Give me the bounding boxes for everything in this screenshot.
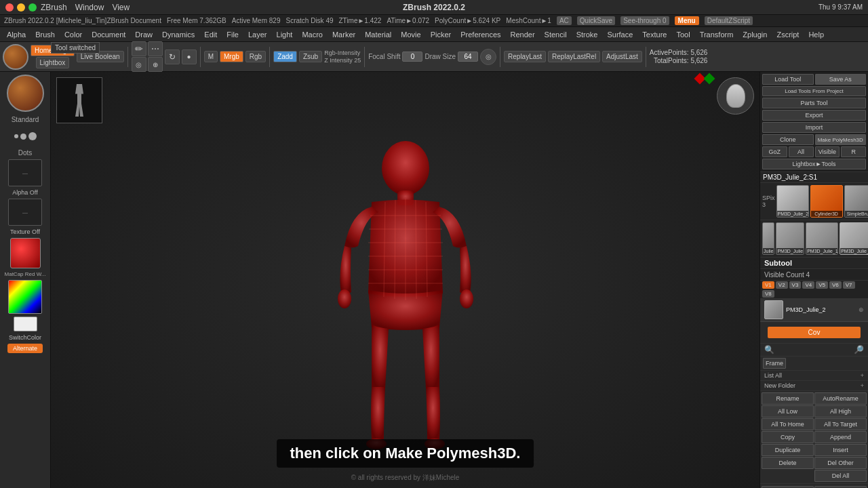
v1-tag[interactable]: V1 xyxy=(762,281,774,289)
del-other-btn[interactable]: Del Other xyxy=(814,457,867,469)
draw-btn[interactable]: ✏ xyxy=(132,41,146,56)
zadd-button[interactable]: Zadd xyxy=(273,51,297,62)
tool-thumb-cylinder[interactable]: Cylinder3D xyxy=(810,185,843,218)
canvas-area[interactable]: then click on Make Polymesh3D. © all rig… xyxy=(51,72,760,488)
all-high-btn[interactable]: All High xyxy=(814,405,867,418)
v5-tag[interactable]: V5 xyxy=(816,281,828,289)
replay-last-btn[interactable]: ReplayLast xyxy=(504,51,546,62)
menu-dynamics[interactable]: Dynamics xyxy=(158,29,199,40)
menu-document[interactable]: Document xyxy=(87,29,130,40)
rotate-btn[interactable]: ↻ xyxy=(165,49,180,64)
export-btn[interactable]: Export xyxy=(762,110,866,121)
all-to-home-btn[interactable]: All To Home xyxy=(762,418,814,430)
see-through[interactable]: See-through 0 xyxy=(620,16,669,25)
import-btn[interactable]: Import xyxy=(762,122,866,133)
ac-btn[interactable]: AC xyxy=(557,16,572,25)
mrgb-button[interactable]: Mrgb xyxy=(220,51,243,62)
top-menu-view[interactable]: View xyxy=(112,3,130,12)
top-menu-window[interactable]: Window xyxy=(75,3,104,12)
gyro-btn[interactable]: ⊕ xyxy=(148,57,163,72)
clone-btn[interactable]: Clone xyxy=(762,134,814,145)
replay-last-rel-btn[interactable]: ReplayLastRel xyxy=(548,51,600,62)
v3-tag[interactable]: V3 xyxy=(789,281,802,289)
v2-tag[interactable]: V2 xyxy=(776,281,788,289)
duplicate-btn[interactable]: Duplicate xyxy=(762,444,814,456)
draw-size-value[interactable]: 64 xyxy=(458,52,478,62)
brush-preview[interactable] xyxy=(7,75,44,112)
menu-brush[interactable]: Brush xyxy=(31,29,59,40)
zsub-button[interactable]: Zsub xyxy=(299,51,322,62)
quicksave-btn[interactable]: QuickSave xyxy=(577,16,615,25)
maximize-button[interactable] xyxy=(28,3,37,12)
r-btn[interactable]: R xyxy=(841,146,866,157)
focal-shift-value[interactable]: 0 xyxy=(402,52,422,62)
all-low-btn[interactable]: All Low xyxy=(762,405,814,418)
top-menu-zbrush[interactable]: ZBrush xyxy=(41,3,67,12)
list-all-plus[interactable]: + xyxy=(861,372,864,379)
search-icon[interactable]: 🔍 xyxy=(764,345,774,354)
menu-draw[interactable]: Draw xyxy=(131,29,157,40)
insert-btn[interactable]: Insert xyxy=(814,444,867,456)
close-button[interactable] xyxy=(5,3,14,12)
menu-light[interactable]: Light xyxy=(273,29,297,40)
tool-thumb-julie[interactable]: Julie xyxy=(762,222,774,255)
menu-layer[interactable]: Layer xyxy=(244,29,271,40)
tool-thumb-pm3d-julie2-b[interactable]: PM3D_Julie_2 xyxy=(840,222,868,255)
rename-btn[interactable]: Rename xyxy=(762,392,814,405)
goz-btn[interactable]: GoZ xyxy=(762,146,787,157)
menu-zplugin[interactable]: Zplugin xyxy=(738,29,771,40)
active-subtool-item[interactable]: PM3D_Julie_2 ⊕ xyxy=(760,298,868,322)
collapse-subtool-icon[interactable]: ⊕ xyxy=(859,306,864,313)
menu-transform[interactable]: Transform xyxy=(696,29,738,40)
v8-tag[interactable]: V8 xyxy=(762,290,774,298)
color-picker[interactable] xyxy=(8,280,42,314)
menu-btn[interactable]: Menu xyxy=(675,16,699,25)
del-all-btn[interactable]: Del All xyxy=(814,470,867,482)
append-btn[interactable]: Append xyxy=(814,431,867,443)
replay-btn[interactable]: ● xyxy=(182,49,197,64)
frame-btn[interactable]: Frame xyxy=(763,358,786,369)
menu-edit[interactable]: Edit xyxy=(200,29,221,40)
load-tools-from-project-btn[interactable]: Load Tools From Project xyxy=(762,86,866,96)
copy-btn[interactable]: Copy xyxy=(762,431,814,443)
zoom-icon[interactable]: 🔎 xyxy=(854,345,864,354)
gradient-swatch[interactable] xyxy=(14,317,37,331)
all-to-target-btn[interactable]: All To Target xyxy=(814,418,867,430)
tool-thumb-simplebrush[interactable]: SimpleBrush xyxy=(844,185,868,218)
m-button[interactable]: M xyxy=(204,51,218,62)
lightbox-tools-btn[interactable]: Lightbox►Tools xyxy=(762,159,866,169)
all-btn[interactable]: All xyxy=(789,146,814,157)
v6-tag[interactable]: V6 xyxy=(829,281,842,289)
render-btn[interactable]: ◎ xyxy=(480,49,496,65)
make-polymesh3d-btn[interactable]: Make PolyMesh3D xyxy=(815,134,867,145)
v7-tag[interactable]: V7 xyxy=(843,281,855,289)
minimize-button[interactable] xyxy=(17,3,25,12)
menu-picker[interactable]: Picker xyxy=(427,29,456,40)
menu-macro[interactable]: Macro xyxy=(298,29,327,40)
brush-preview-icon[interactable] xyxy=(3,44,28,70)
texture-preview[interactable]: — xyxy=(8,199,42,226)
tool-thumb-pm3d-julie[interactable]: PM3D_Julie xyxy=(776,222,804,255)
menu-file[interactable]: File xyxy=(222,29,243,40)
menu-texture[interactable]: Texture xyxy=(638,29,671,40)
menu-stencil[interactable]: Stencil xyxy=(540,29,571,40)
menu-zscript[interactable]: Zscript xyxy=(772,29,803,40)
load-tool-button[interactable]: Load Tool xyxy=(762,74,814,85)
menu-material[interactable]: Material xyxy=(361,29,395,40)
parts-tool-btn[interactable]: Parts Tool xyxy=(762,98,866,108)
menu-tool[interactable]: Tool xyxy=(672,29,694,40)
menu-surface[interactable]: Surface xyxy=(603,29,637,40)
menu-preferences[interactable]: Preferences xyxy=(456,29,505,40)
menu-stroke[interactable]: Stroke xyxy=(572,29,602,40)
save-as-button[interactable]: Save As xyxy=(815,74,867,85)
menu-render[interactable]: Render xyxy=(507,29,539,40)
v4-tag[interactable]: V4 xyxy=(802,281,814,289)
cov-button[interactable]: Cov xyxy=(768,327,861,338)
menu-marker[interactable]: Marker xyxy=(328,29,359,40)
default-script[interactable]: DefaultZScript xyxy=(705,16,753,25)
move-btn[interactable]: ◎ xyxy=(132,57,146,72)
menu-alpha[interactable]: Alpha xyxy=(3,29,30,40)
delete-btn[interactable]: Delete xyxy=(762,457,814,469)
tool-thumb-pm3d-julie2[interactable]: PM3D_Julie_2 xyxy=(776,185,809,218)
lightbox-button[interactable]: Lightbox xyxy=(36,57,70,68)
